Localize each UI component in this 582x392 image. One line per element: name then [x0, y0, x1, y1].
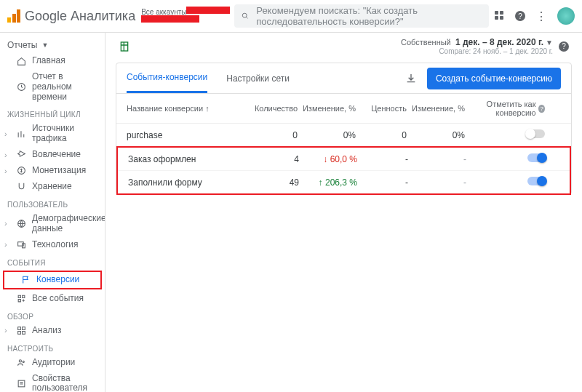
apps-icon[interactable] [495, 11, 505, 21]
col-change1[interactable]: Изменение, % [298, 104, 356, 113]
account-switcher[interactable]: Все аккаунты › xxxxxxxxxcom ▼ [141, 8, 228, 24]
row-delta: ↓ 60,0 % [299, 154, 357, 164]
user-props-icon [16, 378, 26, 388]
table-row: Заказ оформлен 4 ↓ 60,0 % - - [118, 148, 570, 171]
row-value: - [357, 177, 408, 188]
arrow-up-icon: ↑ [319, 177, 323, 188]
highlighted-rows: Заказ оформлен 4 ↓ 60,0 % - - Заполнили … [116, 146, 571, 195]
info-icon[interactable]: ? [538, 105, 545, 113]
sidebar: Отчеты▼ Главная Отчет в реальном времени… [0, 33, 105, 392]
table-row: Заполнили форму 49 ↑ 206,3 % - - [118, 171, 570, 193]
chevron-down-icon: ▼ [546, 39, 553, 47]
flag-icon [20, 275, 31, 285]
main: Собственный 1 дек. – 8 дек. 2020 г. ▼ Co… [105, 33, 582, 392]
row-value: 0 [356, 130, 407, 140]
sidebar-item-demographics[interactable]: Демографические данные [0, 211, 105, 237]
row-value: - [357, 154, 408, 164]
magnet-icon [16, 182, 26, 192]
row-delta: 0% [298, 130, 356, 140]
search-icon [242, 11, 249, 21]
mark-toggle[interactable] [526, 129, 545, 138]
tab-conversion-events[interactable]: События-конверсии [127, 63, 207, 93]
row-delta2: - [408, 177, 466, 188]
col-name: Название конверсии ↑ [127, 104, 250, 113]
svg-rect-9 [17, 332, 20, 335]
mark-toggle[interactable] [527, 153, 546, 162]
create-conversion-button[interactable]: Создать событие-конверсию [427, 68, 561, 89]
clock-icon [16, 82, 26, 92]
sidebar-item-technology[interactable]: Технология [0, 237, 105, 253]
col-change2[interactable]: Изменение, % [407, 104, 465, 113]
svg-point-11 [19, 360, 21, 362]
svg-rect-10 [22, 332, 25, 335]
row-count: 4 [252, 154, 299, 164]
sidebar-item-retention[interactable]: Хранение [0, 179, 105, 195]
row-count: 49 [252, 177, 299, 188]
row-delta: ↑ 206,3 % [299, 177, 357, 188]
sidebar-item-analysis[interactable]: Анализ [0, 323, 105, 339]
app-name: Google Аналитика [25, 9, 135, 24]
chevron-down-icon: ▼ [41, 41, 48, 49]
group-events: СОБЫТИЯ [0, 253, 105, 269]
sidebar-item-user-props[interactable]: Свойства пользователя [0, 371, 105, 392]
svg-rect-7 [17, 327, 20, 330]
col-value[interactable]: Ценность [356, 104, 407, 113]
header-icons: ? ⋮ [495, 7, 575, 25]
conversions-card: События-конверсии Настройки сети Создать… [116, 63, 572, 195]
analysis-icon [16, 326, 26, 336]
sidebar-item-conversions[interactable]: Конверсии [4, 272, 100, 288]
more-icon[interactable]: ⋮ [535, 9, 547, 23]
group-lifecycle: ЖИЗНЕННЫЙ ЦИКЛ [0, 105, 105, 121]
devices-icon [16, 240, 26, 250]
globe-icon [16, 219, 26, 229]
search-placeholder: Рекомендуем поискать: "Как создать после… [256, 5, 482, 27]
events-icon [16, 294, 26, 304]
help-icon[interactable]: ? [515, 11, 525, 21]
sidebar-item-audiences[interactable]: Аудитории [0, 355, 105, 371]
ga-logo: Google Аналитика [7, 9, 135, 24]
app-header: Google Аналитика Все аккаунты › xxxxxxxx… [0, 0, 582, 33]
mark-toggle[interactable] [527, 177, 546, 185]
row-name[interactable]: Заказ оформлен [128, 154, 252, 164]
row-delta2: - [408, 154, 466, 164]
col-count[interactable]: Количество [250, 104, 298, 113]
row-delta2: 0% [407, 130, 465, 140]
sheets-export-icon[interactable] [119, 41, 130, 52]
arrow-down-icon: ↓ [323, 154, 327, 164]
sort-asc-icon[interactable]: ↑ [205, 104, 210, 113]
sidebar-item-engagement[interactable]: Вовлечение [0, 147, 105, 163]
home-icon [16, 56, 26, 66]
sidebar-item-home[interactable]: Главная [0, 53, 105, 69]
date-range[interactable]: 1 дек. – 8 дек. 2020 г. [455, 37, 543, 47]
audiences-icon [16, 358, 26, 368]
reports-dropdown[interactable]: Отчеты▼ [0, 37, 105, 53]
engagement-icon [16, 150, 26, 160]
ga-logo-icon [7, 9, 20, 23]
row-name[interactable]: Заполнили форму [128, 177, 252, 188]
svg-rect-8 [22, 327, 25, 330]
group-configure: НАСТРОИТЬ [0, 339, 105, 355]
search-input[interactable]: Рекомендуем поискать: "Как создать после… [234, 4, 489, 28]
download-icon[interactable] [405, 73, 417, 84]
sidebar-item-traffic[interactable]: Источники трафика [0, 121, 105, 147]
owner-label: Собственный [401, 38, 451, 47]
row-name[interactable]: purchase [127, 130, 250, 140]
svg-point-0 [242, 13, 247, 17]
traffic-icon [16, 129, 26, 139]
sidebar-item-realtime[interactable]: Отчет в реальном времени [0, 69, 105, 105]
svg-line-1 [246, 17, 247, 18]
group-overview: ОБЗОР [0, 307, 105, 323]
col-mark: Отметить как конверсию? [465, 100, 545, 117]
avatar[interactable] [557, 7, 575, 25]
tab-network-settings[interactable]: Настройки сети [226, 65, 290, 92]
table-row: purchase 0 0% 0 0% [116, 124, 571, 147]
help-icon[interactable]: ? [559, 41, 569, 52]
compare-range: Compare: 24 нояб. – 1 дек. 2020 г. [401, 47, 553, 55]
row-count: 0 [250, 130, 298, 140]
dollar-icon [16, 166, 26, 176]
table-header: Название конверсии ↑ Количество Изменени… [116, 94, 571, 124]
sidebar-item-monetization[interactable]: Монетизация [0, 163, 105, 179]
group-user: ПОЛЬЗОВАТЕЛЬ [0, 195, 105, 211]
sidebar-item-all-events[interactable]: Все события [0, 291, 105, 307]
svg-point-12 [23, 361, 24, 362]
